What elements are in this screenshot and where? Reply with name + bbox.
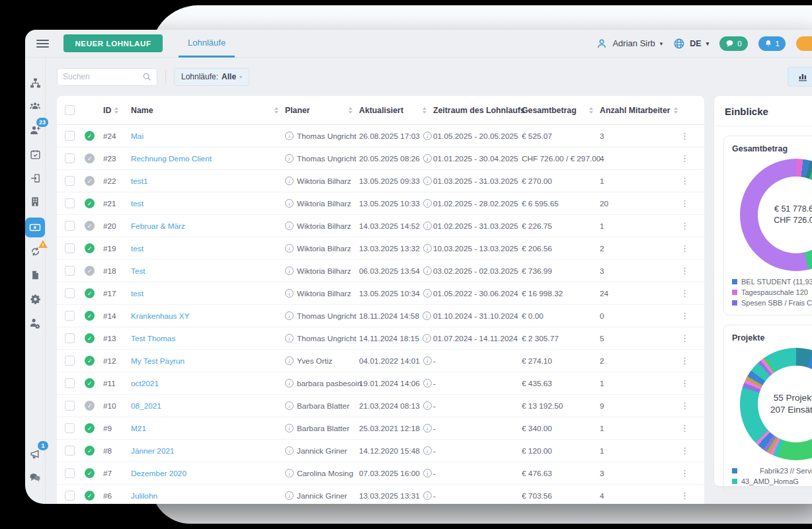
row-menu-button[interactable]: ⋮ — [680, 311, 689, 320]
payrun-link[interactable]: Mai — [131, 132, 143, 141]
payrun-link[interactable]: Test Thomas — [131, 334, 175, 343]
row-menu-button[interactable]: ⋮ — [680, 379, 689, 387]
info-icon[interactable]: i — [285, 446, 294, 455]
user-menu[interactable]: Adrian Sirb ▾ — [596, 38, 663, 50]
sidebar-item-calendar[interactable] — [27, 146, 43, 162]
payrun-link[interactable]: Jänner 2021 — [131, 446, 175, 456]
row-menu-button[interactable]: ⋮ — [680, 491, 689, 500]
sort-id[interactable] — [114, 107, 118, 114]
row-menu-button[interactable]: ⋮ — [680, 469, 689, 477]
info-icon[interactable]: i — [285, 379, 294, 387]
row-menu-button[interactable]: ⋮ — [680, 356, 689, 365]
info-icon[interactable]: i — [423, 132, 432, 140]
sort-employees[interactable] — [674, 107, 678, 114]
sidebar-item-announcements[interactable]: 1 — [27, 446, 43, 462]
row-checkbox[interactable] — [65, 491, 75, 501]
row-menu-button[interactable]: ⋮ — [680, 244, 689, 253]
info-icon[interactable]: i — [423, 334, 431, 343]
payrun-link[interactable]: test — [131, 244, 143, 253]
payrun-link[interactable]: Test — [131, 266, 145, 276]
info-icon[interactable]: i — [423, 222, 432, 230]
payrun-filter-dropdown[interactable]: Lohnläufe: Alle ▾ — [174, 68, 249, 86]
sidebar-item-chat[interactable] — [27, 469, 43, 485]
sidebar-item-sync[interactable]: ! — [27, 243, 43, 259]
sidebar-item-orgchart[interactable] — [27, 75, 43, 91]
row-menu-button[interactable]: ⋮ — [680, 154, 689, 163]
info-icon[interactable]: i — [285, 289, 294, 298]
info-icon[interactable]: i — [423, 266, 432, 275]
info-icon[interactable]: i — [423, 311, 431, 320]
info-icon[interactable]: i — [285, 311, 294, 320]
info-icon[interactable]: i — [285, 469, 294, 477]
info-icon[interactable]: i — [423, 289, 432, 298]
info-icon[interactable]: i — [423, 469, 432, 477]
sidebar-item-documents[interactable] — [27, 267, 43, 283]
row-checkbox[interactable] — [65, 446, 75, 456]
info-icon[interactable]: i — [285, 334, 294, 343]
row-checkbox[interactable] — [65, 311, 75, 321]
row-checkbox[interactable] — [65, 333, 75, 343]
row-checkbox[interactable] — [65, 288, 75, 298]
total-amount-donut-chart[interactable]: € 51 778.64 CHF 726.00 — [740, 159, 812, 271]
sidebar-item-payroll[interactable] — [25, 218, 45, 237]
sort-planner[interactable] — [348, 107, 352, 114]
notification-badge[interactable]: 1 — [758, 36, 786, 51]
sidebar-item-user-admin[interactable] — [27, 315, 43, 331]
info-icon[interactable]: i — [285, 356, 294, 365]
row-checkbox[interactable] — [65, 198, 75, 208]
sidebar-item-invites[interactable]: 23 — [27, 122, 43, 138]
payrun-link[interactable]: test1 — [131, 177, 148, 186]
insights-toggle-button[interactable] — [788, 67, 812, 87]
info-icon[interactable]: i — [423, 244, 432, 253]
payrun-link[interactable]: test — [131, 199, 143, 208]
info-icon[interactable]: i — [285, 266, 294, 275]
info-icon[interactable]: i — [423, 154, 432, 163]
info-icon[interactable]: i — [423, 356, 432, 365]
sidebar-item-settings[interactable] — [27, 291, 43, 307]
payrun-link[interactable]: My Test Payrun — [131, 356, 184, 366]
row-menu-button[interactable]: ⋮ — [680, 222, 689, 230]
row-checkbox[interactable] — [65, 401, 75, 411]
row-checkbox[interactable] — [65, 243, 75, 253]
info-icon[interactable]: i — [285, 424, 294, 432]
search-input[interactable] — [63, 72, 142, 81]
payrun-link[interactable]: Krankenhaus XY — [131, 311, 190, 321]
info-icon[interactable]: i — [285, 244, 294, 253]
row-checkbox[interactable] — [65, 468, 75, 478]
row-checkbox[interactable] — [65, 423, 75, 433]
info-icon[interactable]: i — [423, 401, 432, 410]
sort-updated[interactable] — [423, 107, 426, 114]
row-menu-button[interactable]: ⋮ — [680, 334, 689, 343]
payrun-link[interactable]: M21 — [131, 424, 146, 433]
payrun-link[interactable]: 08_2021 — [131, 401, 161, 411]
info-icon[interactable]: i — [285, 401, 294, 410]
row-menu-button[interactable]: ⋮ — [680, 401, 689, 410]
info-icon[interactable]: i — [285, 132, 294, 140]
row-checkbox[interactable] — [65, 221, 75, 231]
row-menu-button[interactable]: ⋮ — [680, 424, 689, 432]
row-menu-button[interactable]: ⋮ — [680, 446, 689, 455]
info-icon[interactable]: i — [423, 424, 432, 432]
sidebar-item-team[interactable] — [27, 99, 43, 114]
info-icon[interactable]: i — [285, 222, 294, 230]
payrun-link[interactable]: oct2021 — [131, 379, 159, 388]
language-menu[interactable]: DE ▾ — [673, 38, 709, 50]
payrun-link[interactable]: Julilohn — [131, 491, 157, 501]
info-icon[interactable]: i — [285, 199, 294, 208]
menu-toggle-icon[interactable] — [36, 40, 49, 48]
payrun-link[interactable]: Rechnung Demo Client — [131, 154, 212, 163]
sidebar-item-company[interactable] — [27, 194, 43, 210]
row-menu-button[interactable]: ⋮ — [680, 199, 689, 208]
row-checkbox[interactable] — [65, 176, 75, 186]
payrun-link[interactable]: test — [131, 289, 143, 298]
info-icon[interactable]: i — [423, 199, 432, 208]
tab-payruns[interactable]: Lohnläufe — [179, 30, 235, 58]
info-icon[interactable]: i — [423, 177, 432, 185]
row-checkbox[interactable] — [65, 378, 75, 388]
info-icon[interactable]: i — [285, 177, 294, 185]
row-menu-button[interactable]: ⋮ — [680, 289, 689, 298]
info-icon[interactable]: i — [285, 491, 294, 500]
info-icon[interactable]: i — [423, 379, 432, 387]
sidebar-item-login[interactable] — [27, 170, 43, 186]
row-menu-button[interactable]: ⋮ — [680, 132, 689, 140]
